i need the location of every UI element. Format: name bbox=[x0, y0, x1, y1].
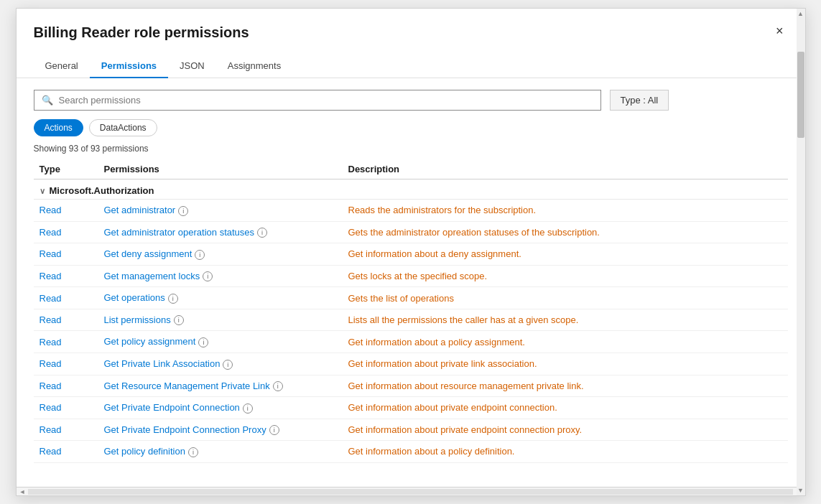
info-icon[interactable]: i bbox=[223, 360, 233, 370]
cell-type: Read bbox=[34, 265, 98, 287]
tabs-row: General Permissions JSON Assignments bbox=[17, 49, 805, 78]
info-icon[interactable]: i bbox=[203, 271, 213, 281]
cell-permission: Get policy definitioni bbox=[98, 441, 343, 463]
cell-type: Read bbox=[34, 287, 98, 309]
info-icon[interactable]: i bbox=[195, 250, 205, 260]
tab-json[interactable]: JSON bbox=[168, 55, 216, 78]
permission-link[interactable]: List permissions bbox=[104, 314, 171, 325]
cell-description: Gets the list of operations bbox=[343, 287, 788, 309]
cell-description: Get information about a deny assignment. bbox=[343, 243, 788, 266]
permission-link[interactable]: Get management locks bbox=[104, 271, 200, 281]
cell-permission: List permissionsi bbox=[98, 309, 343, 331]
permissions-table: Type Permissions Description ∨Microsoft.… bbox=[34, 159, 788, 463]
description-text: Gets the list of operations bbox=[348, 293, 454, 304]
cell-permission: Get administrator operation statusesi bbox=[98, 221, 343, 243]
type-value: Read bbox=[40, 293, 62, 304]
permission-link[interactable]: Get Private Endpoint Connection bbox=[104, 402, 240, 413]
cell-type: Read bbox=[34, 397, 98, 419]
scroll-left-arrow[interactable]: ◄ bbox=[17, 488, 29, 495]
cell-description: Lists all the permissions the caller has… bbox=[343, 309, 788, 331]
permission-link[interactable]: Get Private Endpoint Connection Proxy bbox=[104, 424, 266, 435]
scrollbar-thumb[interactable] bbox=[797, 52, 804, 138]
tab-general[interactable]: General bbox=[34, 55, 90, 78]
dialog: ▲ ▼ Billing Reader role permissions × Ge… bbox=[16, 8, 806, 496]
type-value: Read bbox=[40, 248, 62, 259]
cell-permission: Get Private Endpoint Connectioni bbox=[98, 397, 343, 419]
info-icon[interactable]: i bbox=[243, 403, 253, 414]
cell-description: Get information about private link assoc… bbox=[343, 353, 788, 375]
cell-type: Read bbox=[34, 309, 98, 331]
permission-link[interactable]: Get deny assignment bbox=[104, 248, 193, 259]
close-button[interactable]: × bbox=[771, 23, 788, 39]
cell-description: Get information about private endpoint c… bbox=[343, 397, 788, 419]
showing-count: Showing 93 of 93 permissions bbox=[34, 144, 788, 154]
scroll-up-arrow[interactable]: ▲ bbox=[797, 10, 805, 17]
cell-permission: Get Private Endpoint Connection Proxyi bbox=[98, 419, 343, 441]
permission-link[interactable]: Get operations bbox=[104, 292, 165, 303]
cell-permission: Get policy assignmenti bbox=[98, 331, 343, 353]
cell-permission: Get deny assignmenti bbox=[98, 243, 343, 266]
table-body: ∨Microsoft.Authorization Read Get admini… bbox=[34, 179, 788, 463]
type-value: Read bbox=[40, 424, 62, 435]
cell-type: Read bbox=[34, 331, 98, 353]
info-icon[interactable]: i bbox=[188, 447, 198, 457]
table-row: Read Get administratori Reads the admini… bbox=[34, 200, 788, 222]
cell-permission: Get management locksi bbox=[98, 265, 343, 287]
cell-type: Read bbox=[34, 353, 98, 375]
type-value: Read bbox=[40, 381, 62, 391]
type-button[interactable]: Type : All bbox=[610, 90, 669, 111]
description-text: Lists all the permissions the caller has… bbox=[348, 314, 579, 325]
info-icon[interactable]: i bbox=[257, 228, 267, 238]
scroll-down-arrow[interactable]: ▼ bbox=[797, 487, 805, 494]
cell-permission: Get Private Link Associationi bbox=[98, 353, 343, 375]
permission-link[interactable]: Get policy definition bbox=[104, 446, 185, 457]
cell-type: Read bbox=[34, 200, 98, 222]
pill-dataactions[interactable]: DataActions bbox=[89, 119, 157, 136]
table-row: Read Get policy definitioni Get informat… bbox=[34, 441, 788, 463]
table-row: Read Get operationsi Gets the list of op… bbox=[34, 287, 788, 309]
table-row: Read Get policy assignmenti Get informat… bbox=[34, 331, 788, 353]
table-row: Read Get Private Endpoint Connection Pro… bbox=[34, 419, 788, 441]
description-text: Gets the administrator opreation statuse… bbox=[348, 227, 600, 238]
info-icon[interactable]: i bbox=[273, 381, 283, 391]
info-icon[interactable]: i bbox=[178, 206, 188, 216]
horizontal-scrollbar-thumb[interactable] bbox=[28, 489, 792, 495]
cell-type: Read bbox=[34, 375, 98, 397]
table-row: Read List permissionsi Lists all the per… bbox=[34, 309, 788, 331]
cell-permission: Get operationsi bbox=[98, 287, 343, 309]
dialog-title: Billing Reader role permissions bbox=[34, 23, 249, 42]
search-box: 🔍 bbox=[34, 90, 601, 111]
permission-link[interactable]: Get Resource Management Private Link bbox=[104, 381, 270, 391]
horizontal-scrollbar[interactable]: ◄ ► bbox=[17, 487, 805, 495]
cell-description: Gets locks at the specified scope. bbox=[343, 265, 788, 287]
table-row: Read Get Resource Management Private Lin… bbox=[34, 375, 788, 397]
permission-link[interactable]: Get Private Link Association bbox=[104, 358, 221, 369]
description-text: Get information about a deny assignment. bbox=[348, 248, 521, 259]
table-header-row: Type Permissions Description bbox=[34, 159, 788, 179]
table-row: Read Get Private Endpoint Connectioni Ge… bbox=[34, 397, 788, 419]
info-icon[interactable]: i bbox=[168, 294, 178, 304]
vertical-scrollbar[interactable]: ▲ ▼ bbox=[797, 9, 805, 495]
info-icon[interactable]: i bbox=[198, 337, 208, 347]
table-container[interactable]: Type Permissions Description ∨Microsoft.… bbox=[34, 159, 788, 475]
cell-type: Read bbox=[34, 243, 98, 266]
description-text: Reads the administrators for the subscri… bbox=[348, 205, 537, 215]
filter-pills: Actions DataActions bbox=[34, 119, 788, 136]
table-group-row[interactable]: ∨Microsoft.Authorization bbox=[34, 179, 788, 200]
permission-link[interactable]: Get policy assignment bbox=[104, 336, 196, 347]
type-value: Read bbox=[40, 446, 62, 457]
type-value: Read bbox=[40, 402, 62, 413]
info-icon[interactable]: i bbox=[174, 315, 184, 325]
permission-link[interactable]: Get administrator operation statuses bbox=[104, 227, 255, 238]
col-header-permissions: Permissions bbox=[98, 159, 343, 179]
cell-type: Read bbox=[34, 441, 98, 463]
info-icon[interactable]: i bbox=[269, 425, 279, 435]
pill-actions[interactable]: Actions bbox=[34, 119, 83, 136]
type-value: Read bbox=[40, 227, 62, 238]
permission-link[interactable]: Get administrator bbox=[104, 205, 176, 215]
tab-assignments[interactable]: Assignments bbox=[216, 55, 292, 78]
search-icon: 🔍 bbox=[42, 95, 53, 106]
col-header-type: Type bbox=[34, 159, 98, 179]
search-input[interactable] bbox=[59, 95, 593, 106]
tab-permissions[interactable]: Permissions bbox=[90, 55, 168, 78]
